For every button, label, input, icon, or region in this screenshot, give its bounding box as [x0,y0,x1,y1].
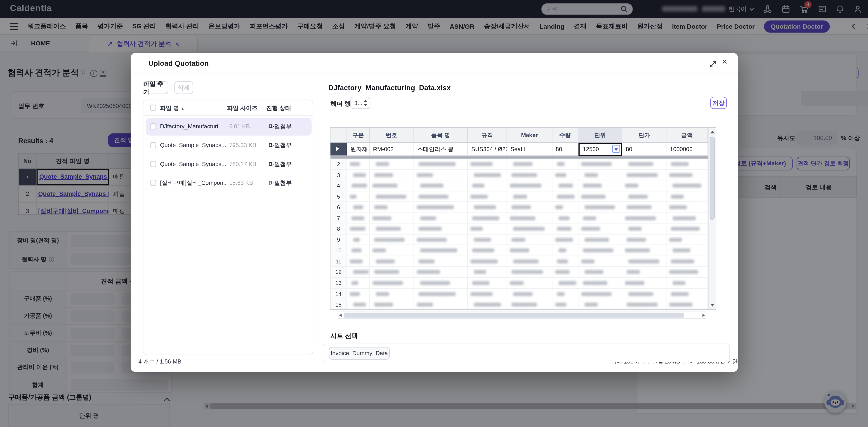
select-all-checkbox[interactable] [150,105,156,111]
file-row[interactable]: Quote_Sample_Synaps...795.33 KB파일첨부 [146,137,312,154]
grid-row-number[interactable]: 11 [331,256,347,266]
cell-dropdown-button[interactable] [613,145,620,153]
grid-cell-redacted [468,234,507,245]
grid-cell-redacted [468,170,507,180]
grid-row-number[interactable]: 7 [331,213,347,223]
grid-cell-redacted [507,170,552,180]
spreadsheet-grid[interactable]: 구분번호품목 명규격Maker수량단위단가금액 원자재RM-002스테인리스 봉… [330,127,716,310]
grid-cell-redacted [370,245,414,256]
grid-cell-redacted [666,245,708,256]
grid-row-redacted: 15 [331,299,708,309]
file-row[interactable]: Quote_Sample_Synaps...780.27 KB파일첨부 [146,156,312,173]
grid-cell-redacted [622,202,666,212]
grid-cell-redacted [414,159,468,169]
file-checkbox[interactable] [150,123,156,129]
grid-column-header-6[interactable]: 수량 [553,128,579,143]
grid-cell-redacted [370,278,414,288]
grid-column-header-4[interactable]: 규격 [468,128,507,143]
scroll-down-arrow-icon[interactable] [710,304,715,306]
grid-cell[interactable]: 80 [553,143,579,156]
grid-cell[interactable]: 원자재 [347,143,370,156]
grid-cell-redacted [414,267,468,277]
grid-column-header-5[interactable]: Maker [507,128,552,143]
grid-cell[interactable]: 80 [622,143,666,156]
scroll-left-arrow-icon[interactable] [339,314,342,317]
file-status-header[interactable]: 진행 상태 [266,105,291,112]
grid-row-redacted: 7 [331,213,708,224]
grid-cell-redacted [468,256,507,266]
grid-row-number[interactable]: 15 [331,299,347,309]
grid-column-header-2[interactable]: 번호 [370,128,414,143]
grid-cell-redacted [666,180,708,191]
grid-column-header-8[interactable]: 단가 [622,128,666,143]
grid-row-number[interactable]: 4 [331,180,347,191]
grid-row-number[interactable]: 12 [331,267,347,277]
grid-cell[interactable]: SeaH [507,143,552,156]
grid-column-header-9[interactable]: 금액 [666,128,708,143]
grid-row-number[interactable]: 8 [331,224,347,234]
grid-cell-redacted [622,234,666,245]
modal-close-icon[interactable]: × [722,57,727,68]
modal-save-button[interactable]: 저장 [710,97,727,109]
file-size-header[interactable]: 파일 사이즈 [227,105,258,112]
grid-cell-redacted [507,159,552,169]
stepper-up-icon[interactable] [364,100,367,102]
grid-cell[interactable]: 1000000 [666,143,708,156]
grid-cell-redacted [370,289,414,299]
file-row[interactable]: DJfactory_Manufacturi...6.01 KB파일첨부 [146,118,312,136]
grid-cell-redacted [507,256,552,266]
grid-row-number[interactable]: 10 [331,245,347,256]
grid-cell[interactable]: RM-002 [370,143,414,156]
delete-file-button[interactable]: 삭제 [174,81,193,94]
grid-row-header-selected[interactable] [331,143,347,156]
grid-vertical-scrollbar[interactable] [708,128,716,309]
grid-cell-redacted [578,256,622,266]
grid-cell-redacted [578,245,622,256]
add-file-button[interactable]: 파일 추가 [143,81,168,94]
grid-cell-redacted [507,245,552,256]
grid-row-number[interactable]: 3 [331,170,347,180]
grid-row-redacted: 8 [331,224,708,234]
scroll-right-arrow-icon[interactable] [703,314,705,317]
grid-cell-redacted [468,224,507,234]
file-checkbox[interactable] [150,180,156,186]
header-row-stepper[interactable]: 3... [350,97,370,109]
grid-cell[interactable]: 12500 [578,143,622,156]
grid-cell-redacted [414,180,468,191]
grid-horizontal-scrollbar[interactable] [338,311,706,319]
grid-row-number[interactable]: 9 [331,234,347,245]
grid-row-number[interactable]: 5 [331,191,347,201]
file-name-header[interactable]: 파일 명 ▲ [160,105,184,112]
grid-column-header-3[interactable]: 품목 명 [414,128,468,143]
grid-cell-redacted [414,245,468,256]
grid-cell-redacted [666,170,708,180]
grid-cell-redacted [578,202,622,212]
grid-row-number[interactable]: 14 [331,289,347,299]
grid-column-header-1[interactable]: 구분 [347,128,370,143]
grid-cell-redacted [553,256,579,266]
grid-cell-redacted [414,278,468,288]
stepper-down-icon[interactable] [364,104,367,106]
grid-cell[interactable]: SUS304 / Ø20 [468,143,507,156]
file-checkbox[interactable] [150,142,156,148]
grid-cell-redacted [370,202,414,212]
grid-cell-redacted [553,245,579,256]
app-root: Caidentia 한국어 4 워크플레이스품목평가기준SG 관리협력사 관리온… [0,0,868,427]
grid-cell-redacted [370,159,414,169]
grid-row-redacted: 9 [331,234,708,245]
grid-column-header-7[interactable]: 단위 [578,128,622,143]
grid-row-number[interactable]: 2 [331,159,347,169]
grid-cell-redacted [553,289,579,299]
file-status: 파일첨부 [269,142,292,149]
grid-row-number[interactable]: 13 [331,278,347,288]
grid-cell[interactable]: 스테인리스 봉 [414,143,468,156]
sheet-tab[interactable]: Invoice_Dummy_Data [329,347,390,360]
file-list-header: 파일 명 ▲ 파일 사이즈 진행 상태 [143,100,313,116]
maximize-icon[interactable] [709,60,717,70]
file-checkbox[interactable] [150,161,156,167]
file-row[interactable]: [설비구매]설비_Compon...18.63 KB파일첨부 [146,174,312,192]
scroll-up-arrow-icon[interactable] [710,131,715,133]
grid-cell-redacted [347,299,370,309]
grid-row-number[interactable]: 6 [331,202,347,212]
grid-cell-redacted [622,299,666,309]
